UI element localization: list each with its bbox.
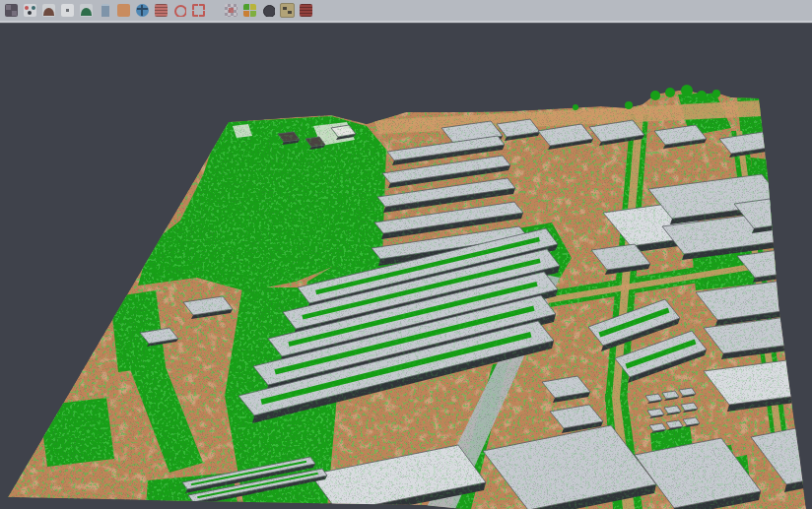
red-flag-icon	[300, 4, 312, 17]
toolbar-button-red-flag[interactable]	[298, 2, 314, 19]
toolbar-button-checker-overlay[interactable]	[223, 2, 239, 19]
red-list-icon	[155, 4, 168, 17]
target-ring-icon	[173, 4, 186, 17]
toolbar-button-classification-palette[interactable]	[241, 2, 258, 19]
toolbar-button-red-list[interactable]	[153, 2, 169, 19]
toolbar-button-dark-sphere[interactable]	[260, 2, 277, 19]
terrain-tile	[0, 0, 812, 509]
toolbar-button-clip-points[interactable]	[22, 2, 38, 19]
clip-points-icon	[24, 4, 36, 17]
toolbar-button-point-pick[interactable]	[59, 2, 76, 19]
3d-scene-canvas[interactable]	[0, 0, 812, 509]
toolbar-button-texture-tile[interactable]	[115, 2, 132, 19]
3d-viewport[interactable]	[0, 0, 812, 509]
terrain-brown-icon	[42, 4, 55, 17]
toolbar-button-zoom-extent[interactable]	[190, 2, 207, 19]
toolbar-button-globe[interactable]	[134, 2, 151, 19]
toolbar-button-terrain-brown[interactable]	[40, 2, 57, 19]
terrain-green-icon	[80, 4, 93, 17]
toolbar-button-terrain-green[interactable]	[78, 2, 95, 19]
main-toolbar	[0, 0, 812, 23]
classification-palette-icon	[243, 4, 256, 17]
zoom-extent-icon	[192, 4, 205, 17]
toolbar-button-ruler-column[interactable]	[97, 2, 113, 19]
dark-sphere-icon	[262, 4, 275, 17]
ruler-column-icon	[99, 4, 111, 17]
app-window: { "window": {"background": "#3f424b"}, "…	[0, 0, 812, 509]
globe-icon	[136, 4, 149, 17]
measure-tool-icon	[280, 3, 295, 18]
point-pick-icon	[61, 4, 74, 17]
texture-tile-icon	[117, 4, 130, 17]
toolbar-button-dark-tiles[interactable]	[3, 2, 20, 19]
toolbar-button-measure-tool[interactable]	[279, 2, 296, 19]
toolbar-button-target-ring[interactable]	[171, 2, 188, 19]
checker-overlay-icon	[225, 4, 237, 17]
dark-tiles-icon	[5, 4, 18, 17]
